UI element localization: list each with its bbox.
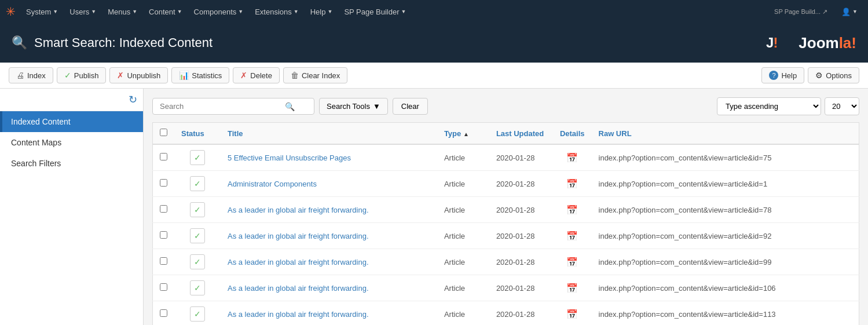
row-details-cell: 📅 (553, 144, 592, 171)
search-tools-caret-icon: ▼ (373, 102, 380, 111)
row-type-cell: Article (437, 301, 489, 326)
calendar-icon[interactable]: 📅 (566, 309, 578, 319)
options-button[interactable]: ⚙ Options (808, 67, 859, 83)
nav-user[interactable]: 👤 ▼ (837, 5, 862, 19)
delete-x-icon: ✗ (240, 71, 247, 80)
index-button[interactable]: 🖨 Index (9, 67, 53, 83)
page-header-left: 🔍 Smart Search: Indexed Content (12, 35, 213, 50)
status-toggle[interactable]: ✓ (190, 254, 205, 269)
status-toggle[interactable]: ✓ (190, 228, 205, 243)
row-status-cell: ✓ (174, 275, 221, 301)
status-check-icon: ✓ (194, 205, 201, 214)
calendar-icon[interactable]: 📅 (566, 231, 578, 241)
search-submit-button[interactable]: 🔍 (285, 102, 295, 111)
calendar-icon[interactable]: 📅 (566, 205, 578, 215)
nav-sp-page-builder[interactable]: SP Page Builder ▼ (339, 5, 411, 19)
col-header-title[interactable]: Title (221, 123, 437, 145)
clear-index-button[interactable]: 🗑 Clear Index (283, 67, 347, 83)
select-all-checkbox[interactable] (160, 129, 167, 136)
publish-button[interactable]: ✓ Publish (57, 67, 107, 83)
publish-check-icon: ✓ (64, 71, 71, 80)
row-checkbox-cell (153, 144, 175, 171)
joomla-logo-icon: J ! (766, 31, 795, 54)
col-header-details: Details (553, 123, 592, 145)
clear-index-trash-icon: 🗑 (291, 71, 299, 80)
row-checkbox[interactable] (160, 179, 167, 187)
row-details-cell: 📅 (553, 223, 592, 249)
system-caret-icon: ▼ (53, 9, 58, 14)
main-content: ↻ Indexed Content Content Maps Search Fi… (0, 89, 868, 325)
row-type-cell: Article (437, 249, 489, 275)
content-caret-icon: ▼ (177, 9, 182, 14)
row-checkbox[interactable] (160, 257, 167, 265)
row-checkbox[interactable] (160, 309, 167, 317)
row-title-link[interactable]: As a leader in global air freight forwar… (228, 284, 369, 293)
status-toggle[interactable]: ✓ (190, 280, 205, 295)
help-question-icon: ? (769, 71, 778, 80)
row-status-cell: ✓ (174, 144, 221, 171)
content-table: Status Title Type ▲ Last Updated Details (152, 122, 859, 325)
calendar-icon[interactable]: 📅 (566, 257, 578, 267)
index-icon: 🖨 (16, 71, 24, 80)
row-last-updated-cell: 2020-01-28 (489, 171, 553, 197)
content-area: 🔍 Search Tools ▼ Clear Type ascending Ty… (144, 89, 868, 325)
toolbar-right: ? Help ⚙ Options (761, 67, 859, 83)
clear-button[interactable]: Clear (393, 98, 428, 115)
row-checkbox[interactable] (160, 283, 167, 291)
row-last-updated-cell: 2020-01-28 (489, 223, 553, 249)
nav-extensions[interactable]: Extensions ▼ (250, 5, 303, 19)
row-last-updated-cell: 2020-01-28 (489, 301, 553, 326)
per-page-select[interactable]: 5 10 15 20 25 50 100 (825, 97, 859, 115)
help-button[interactable]: ? Help (761, 67, 804, 83)
nav-users[interactable]: Users ▼ (65, 5, 101, 19)
status-toggle[interactable]: ✓ (190, 306, 205, 322)
row-title-link[interactable]: Administrator Components (228, 180, 317, 188)
status-toggle[interactable]: ✓ (190, 176, 205, 191)
sidebar-item-content-maps[interactable]: Content Maps (0, 132, 143, 153)
row-last-updated-cell: 2020-01-28 (489, 275, 553, 301)
row-checkbox[interactable] (160, 153, 167, 160)
row-title-link[interactable]: As a leader in global air freight forwar… (228, 206, 369, 214)
delete-button[interactable]: ✗ Delete (233, 67, 280, 83)
row-title-link[interactable]: 5 Effective Email Unsubscribe Pages (228, 154, 351, 162)
statistics-button[interactable]: 📊 Statistics (171, 67, 229, 83)
sidebar-item-indexed-content[interactable]: Indexed Content (0, 111, 143, 132)
status-toggle[interactable]: ✓ (190, 150, 205, 165)
search-input[interactable] (158, 98, 285, 114)
calendar-icon[interactable]: 📅 (566, 153, 578, 163)
row-title-link[interactable]: As a leader in global air freight forwar… (228, 258, 369, 266)
row-checkbox[interactable] (160, 231, 167, 239)
col-header-status: Status (174, 123, 221, 145)
sidebar-item-search-filters[interactable]: Search Filters (0, 153, 143, 174)
nav-menus[interactable]: Menus ▼ (103, 5, 142, 19)
joomla-nav-icon: ✳ (6, 5, 16, 19)
row-title-link[interactable]: As a leader in global air freight forwar… (228, 310, 369, 319)
search-input-wrap: 🔍 (152, 98, 314, 115)
row-title-cell: As a leader in global air freight forwar… (221, 197, 437, 223)
status-toggle[interactable]: ✓ (190, 202, 205, 217)
sp-caret-icon: ▼ (401, 9, 406, 14)
nav-system[interactable]: System ▼ (21, 5, 63, 19)
row-checkbox-cell (153, 275, 175, 301)
nav-help[interactable]: Help ▼ (306, 5, 338, 19)
col-header-type[interactable]: Type ▲ (437, 123, 489, 145)
unpublish-button[interactable]: ✗ Unpublish (109, 67, 168, 83)
status-check-icon: ✓ (194, 231, 201, 240)
status-check-icon: ✓ (194, 283, 201, 293)
sidebar-toggle-button[interactable]: ↻ (129, 93, 137, 106)
nav-components[interactable]: Components ▼ (189, 5, 248, 19)
row-last-updated-cell: 2020-01-28 (489, 144, 553, 171)
nav-sp-right[interactable]: SP Page Build... ↗ (770, 6, 832, 18)
calendar-icon[interactable]: 📅 (566, 179, 578, 189)
row-checkbox[interactable] (160, 205, 167, 213)
row-url-cell: index.php?option=com_content&view=articl… (592, 275, 859, 301)
sort-select[interactable]: Type ascending Type descending Title asc… (717, 97, 821, 115)
table-row: ✓ As a leader in global air freight forw… (153, 197, 859, 223)
sort-wrap: Type ascending Type descending Title asc… (717, 97, 859, 115)
search-tools-button[interactable]: Search Tools ▼ (319, 98, 388, 115)
nav-content[interactable]: Content ▼ (144, 5, 186, 19)
table-row: ✓ Administrator Components Article 2020-… (153, 171, 859, 197)
calendar-icon[interactable]: 📅 (566, 283, 578, 293)
row-status-cell: ✓ (174, 249, 221, 275)
row-title-link[interactable]: As a leader in global air freight forwar… (228, 232, 369, 240)
